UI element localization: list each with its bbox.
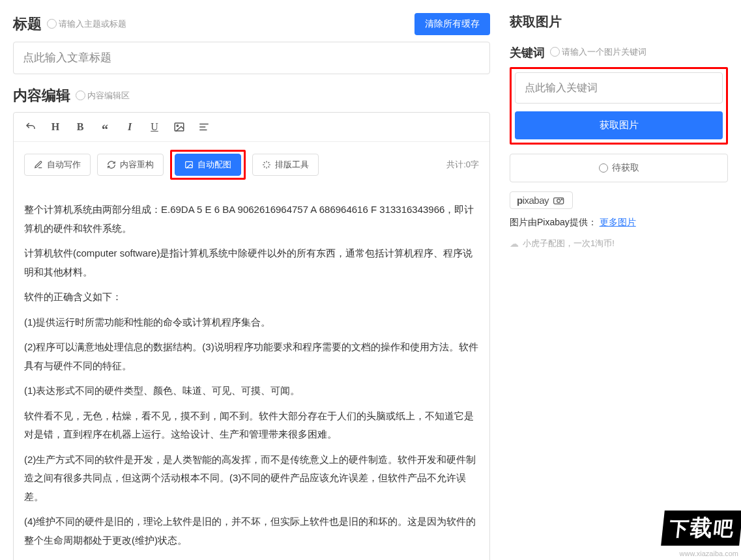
- heading-icon[interactable]: H: [49, 120, 62, 133]
- footer-tip: 小虎子配图，一次1淘币!: [510, 238, 728, 249]
- more-images-link[interactable]: 更多图片: [600, 217, 636, 227]
- action-toolbar: 自动写作 内容重构 自动配图 排版工具 共计:0字: [14, 142, 489, 188]
- undo-icon[interactable]: [24, 120, 37, 133]
- svg-point-7: [557, 199, 560, 202]
- icon-toolbar: H B “ I U: [14, 113, 489, 142]
- keyword-input[interactable]: [515, 72, 723, 104]
- title-section-hint: 请输入主题或标题: [47, 18, 126, 30]
- paragraph: 整个计算机系统由两部分组成：E.69DA 5 E 6 BA 9062616964…: [24, 201, 479, 238]
- auto-image-button[interactable]: 自动配图: [175, 154, 241, 176]
- camera-icon: [553, 196, 566, 205]
- quote-icon[interactable]: “: [98, 120, 111, 133]
- align-left-icon[interactable]: [197, 120, 211, 133]
- underline-icon[interactable]: U: [148, 120, 161, 133]
- content-section-label: 内容编辑: [13, 86, 70, 105]
- svg-point-8: [562, 199, 562, 199]
- italic-icon[interactable]: I: [123, 120, 136, 133]
- paragraph: 软件的正确含义如下：: [24, 288, 479, 307]
- paragraph: (2)生产方式不同的软件是开发，是人类智能的高发挥，而不是传统意义上的硬件制造。…: [24, 451, 479, 507]
- auto-write-label: 自动写作: [47, 159, 81, 171]
- paragraph: 计算机软件(computer software)是指计算机系统中除硬件以外的所有…: [24, 244, 479, 281]
- fetch-image-button[interactable]: 获取图片: [515, 111, 723, 139]
- paragraph: (1)表达形式不同的硬件类型、颜色、味道、可见、可摸、可闻。: [24, 382, 479, 400]
- fetch-image-title: 获取图片: [510, 13, 728, 31]
- word-count: 共计:0字: [446, 159, 479, 171]
- reconstruct-label: 内容重构: [120, 159, 154, 171]
- clear-cache-button[interactable]: 清除所有缓存: [414, 13, 490, 35]
- content-section-hint: 内容编辑区: [76, 90, 129, 102]
- paragraph: (1)提供运行时所需功能和性能的命令或计算机程序集合。: [24, 313, 479, 332]
- pending-status[interactable]: 待获取: [510, 154, 728, 182]
- paragraph: 软件看不见，无色，枯燥，看不见，摸不到，闻不到。软件大部分存在于人们的头脑或纸上…: [24, 407, 479, 444]
- paragraph: (4)维护不同的硬件是旧的，理论上软件是旧的，并不坏，但实际上软件也是旧的和坏的…: [24, 512, 479, 550]
- editor-body[interactable]: 整个计算机系统由两部分组成：E.69DA 5 E 6 BA 9062616964…: [14, 188, 489, 560]
- editor: H B “ I U 自动写作 内容重构: [13, 112, 490, 560]
- highlight-keyword-box: 获取图片: [510, 67, 728, 145]
- paragraph: (2)程序可以满意地处理信息的数据结构。(3)说明程序功能要求和程序需要的文档的…: [24, 338, 479, 375]
- image-icon[interactable]: [173, 120, 186, 133]
- bold-icon[interactable]: B: [74, 120, 87, 133]
- keyword-label: 关键词: [510, 45, 545, 61]
- auto-image-label: 自动配图: [197, 159, 231, 171]
- article-title-input[interactable]: [13, 42, 490, 74]
- keyword-hint: 请输入一个图片关键词: [550, 46, 646, 58]
- layout-tool-button[interactable]: 排版工具: [252, 154, 319, 176]
- reconstruct-button[interactable]: 内容重构: [97, 154, 164, 176]
- auto-write-button[interactable]: 自动写作: [24, 154, 91, 176]
- pixabay-logo: pixabay: [517, 195, 549, 206]
- pixabay-chip[interactable]: pixabay: [510, 191, 573, 209]
- title-section-label: 标题: [13, 14, 42, 34]
- highlight-auto-image: 自动配图: [170, 150, 246, 180]
- svg-point-1: [177, 125, 178, 126]
- credit-text: 图片由Pixabay提供： 更多图片: [510, 217, 728, 229]
- layout-tool-label: 排版工具: [275, 159, 309, 171]
